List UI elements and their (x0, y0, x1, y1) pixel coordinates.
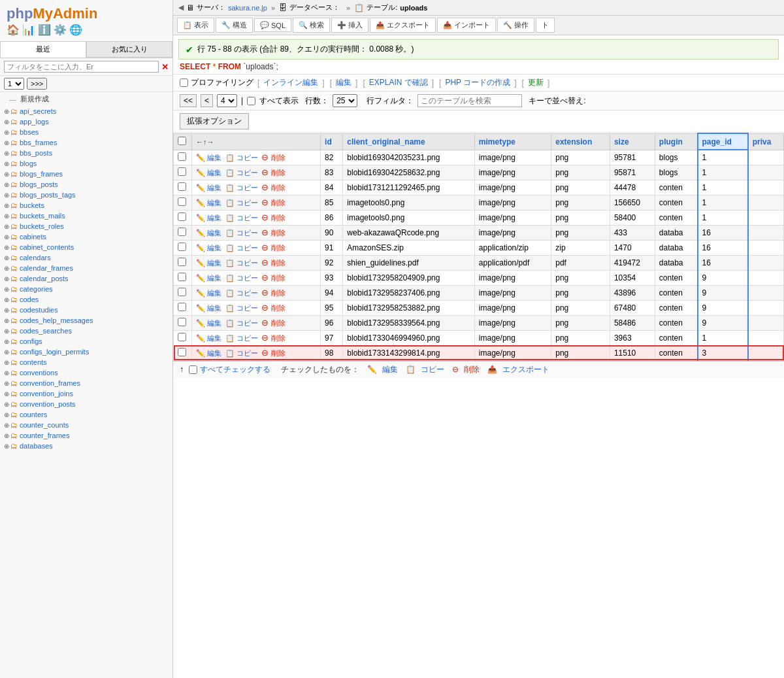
btn-search[interactable]: 🔍 検索 (293, 18, 330, 33)
sidebar-item-app-logs[interactable]: ⊕🗂app_logs (0, 116, 172, 127)
edit-link[interactable]: 編集 (207, 304, 221, 312)
select-all-header[interactable] (178, 137, 186, 145)
sidebar-item-counter-counts[interactable]: ⊕🗂counter_counts (0, 420, 172, 430)
btn-import[interactable]: 📥 インポート (437, 18, 496, 33)
row-checkbox[interactable] (178, 273, 186, 281)
footer-export-link[interactable]: エクスポート (502, 364, 549, 375)
sidebar-item-counter-frames[interactable]: ⊕🗂counter_frames (0, 430, 172, 441)
row-checkbox[interactable] (178, 288, 186, 296)
tab-favorites[interactable]: お気に入り (86, 41, 172, 58)
row-checkbox[interactable] (178, 333, 186, 341)
copy-link[interactable]: コピー (237, 259, 258, 267)
delete-link[interactable]: 削除 (271, 169, 286, 177)
expand-options-btn[interactable]: 拡張オプション (180, 113, 249, 129)
copy-link[interactable]: コピー (237, 349, 258, 357)
page-first-btn[interactable]: << (180, 94, 197, 107)
copy-link[interactable]: コピー (237, 304, 258, 312)
row-checkbox[interactable] (178, 303, 186, 311)
row-checkbox[interactable] (178, 258, 186, 266)
page-select[interactable]: 4 (217, 94, 237, 107)
delete-link[interactable]: 削除 (271, 244, 286, 252)
sidebar-new-item[interactable]: 新規作成 (0, 92, 172, 106)
sidebar-item-blogs-frames[interactable]: ⊕🗂blogs_frames (0, 169, 172, 179)
sidebar-item-calendar-frames[interactable]: ⊕🗂calendar_frames (0, 263, 172, 273)
copy-link[interactable]: コピー (237, 274, 258, 282)
sidebar-item-convention-posts[interactable]: ⊕🗂convention_posts (0, 399, 172, 409)
sidebar-filter-input[interactable] (4, 61, 159, 73)
footer-delete-link[interactable]: 削除 (464, 364, 480, 375)
row-checkbox[interactable] (178, 318, 186, 326)
edit-link[interactable]: 編集 (207, 199, 221, 207)
sidebar-filter-clear[interactable]: ✕ (161, 62, 169, 72)
sidebar-item-codes-searches[interactable]: ⊕🗂codes_searches (0, 326, 172, 336)
copy-link[interactable]: コピー (237, 169, 258, 177)
sidebar-item-bbs-posts[interactable]: ⊕🗂bbs_posts (0, 148, 172, 158)
row-checkbox[interactable] (178, 167, 186, 176)
edit-link[interactable]: 編集 (207, 319, 221, 327)
delete-link[interactable]: 削除 (271, 289, 286, 297)
row-checkbox[interactable] (178, 243, 186, 251)
server-value[interactable]: sakura.ne.jp (228, 4, 267, 12)
sidebar-item-buckets-roles[interactable]: ⊕🗂buckets_roles (0, 221, 172, 231)
check-all-link[interactable]: すべてチェックする (200, 364, 270, 375)
th-plugin[interactable]: plugin (655, 133, 697, 150)
sidebar-item-codes-help-messages[interactable]: ⊕🗂codes_help_messages (0, 315, 172, 326)
sidebar-item-databases[interactable]: ⊕🗂databases (0, 441, 172, 451)
sidebar-item-bbs-frames[interactable]: ⊕🗂bbs_frames (0, 137, 172, 148)
footer-copy-link[interactable]: コピー (421, 364, 444, 375)
settings-icon[interactable]: ⚙️ (54, 24, 67, 36)
row-checkbox[interactable] (178, 228, 186, 236)
delete-link[interactable]: 削除 (271, 334, 286, 342)
sidebar-item-codes[interactable]: ⊕🗂codes (0, 294, 172, 305)
sidebar-item-blogs[interactable]: ⊕🗂blogs (0, 158, 172, 169)
edit-link[interactable]: 編集 (207, 334, 221, 342)
sidebar-item-calendars[interactable]: ⊕🗂calendars (0, 252, 172, 263)
edit-link[interactable]: 編集 (207, 154, 221, 161)
delete-link[interactable]: 削除 (271, 229, 286, 237)
php-code-link[interactable]: PHP コードの作成 (445, 77, 510, 88)
sidebar-item-bbses[interactable]: ⊕🗂bbses (0, 127, 172, 137)
edit-link[interactable]: 編集 (207, 244, 221, 252)
delete-link[interactable]: 削除 (271, 199, 286, 207)
sidebar-next-btn[interactable]: >>> (27, 78, 47, 90)
sidebar-page-select[interactable]: 1 (4, 78, 24, 90)
copy-link[interactable]: コピー (237, 244, 258, 252)
copy-link[interactable]: コピー (237, 334, 258, 342)
tab-recent[interactable]: 最近 (0, 41, 86, 58)
btn-structure[interactable]: 🔧 構造 (216, 18, 253, 33)
sidebar-item-configs[interactable]: ⊕🗂configs (0, 336, 172, 347)
th-client-original-name[interactable]: client_original_name (343, 133, 475, 150)
copy-link[interactable]: コピー (237, 289, 258, 297)
edit-link[interactable]: 編集 (207, 289, 221, 297)
home-icon[interactable]: 🏠 (7, 24, 20, 36)
th-mimetype[interactable]: mimetype (474, 133, 551, 150)
delete-link[interactable]: 削除 (271, 259, 286, 267)
delete-link[interactable]: 削除 (271, 349, 286, 357)
page-prev-btn[interactable]: < (201, 94, 213, 107)
row-count-select[interactable]: 25 (333, 94, 357, 107)
th-size[interactable]: size (610, 133, 655, 150)
delete-link[interactable]: 削除 (271, 304, 286, 312)
edit-link[interactable]: 編集 (207, 214, 221, 222)
sidebar-item-contents[interactable]: ⊕🗂contents (0, 357, 172, 367)
copy-link[interactable]: コピー (237, 229, 258, 237)
row-checkbox[interactable] (178, 197, 186, 206)
inline-edit-link[interactable]: インライン編集 (263, 77, 318, 88)
delete-link[interactable]: 削除 (271, 154, 286, 161)
sidebar-item-calendar-posts[interactable]: ⊕🗂calendar_posts (0, 273, 172, 284)
profiling-checkbox[interactable] (180, 78, 188, 87)
sidebar-item-cabinets[interactable]: ⊕🗂cabinets (0, 231, 172, 242)
btn-insert[interactable]: ➕ 挿入 (331, 18, 368, 33)
th-id[interactable]: id (321, 133, 343, 150)
sidebar-item-convention-joins[interactable]: ⊕🗂convention_joins (0, 388, 172, 399)
edit-link[interactable]: 編集 (336, 77, 351, 88)
copy-link[interactable]: コピー (237, 214, 258, 222)
explain-link[interactable]: EXPLAIN で確認 (369, 77, 428, 88)
row-filter-input[interactable] (417, 94, 522, 107)
sidebar-item-buckets-mails[interactable]: ⊕🗂buckets_mails (0, 211, 172, 221)
sidebar-item-blogs-posts-tags[interactable]: ⊕🗂blogs_posts_tags (0, 190, 172, 200)
sidebar-item-categories[interactable]: ⊕🗂categories (0, 284, 172, 294)
sidebar-item-codestudies[interactable]: ⊕🗂codestudies (0, 305, 172, 315)
btn-more[interactable]: ト (536, 18, 555, 33)
copy-link[interactable]: コピー (237, 199, 258, 207)
